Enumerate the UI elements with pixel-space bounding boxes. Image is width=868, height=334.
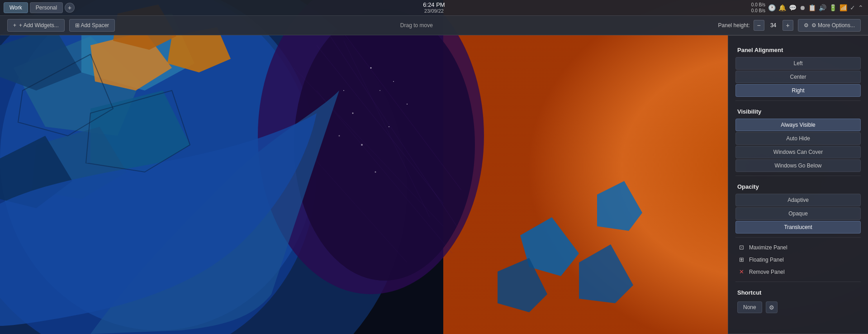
add-spacer-label: ⊞ Add Spacer: [75, 22, 109, 29]
divider-1: [735, 100, 861, 101]
shortcut-row: None ⚙: [728, 299, 868, 316]
tab-work[interactable]: Work: [4, 2, 28, 13]
divider-4: [735, 282, 861, 282]
shortcut-gear-button[interactable]: ⚙: [766, 301, 778, 313]
svg-point-26: [343, 90, 344, 91]
maximize-panel-row[interactable]: ⊡ Maximize Panel: [728, 241, 868, 253]
chevron-up-icon[interactable]: ⌃: [858, 4, 863, 11]
alignment-title: Panel Alignment: [728, 43, 868, 56]
opacity-title: Opacity: [728, 180, 868, 193]
opacity-opaque-button[interactable]: Opaque: [735, 207, 861, 220]
tab-personal-label: Personal: [36, 5, 57, 11]
discord-icon[interactable]: 💬: [789, 4, 797, 11]
add-widgets-button[interactable]: + + Add Widgets...: [7, 19, 65, 32]
upload-speed: 0.0 B/s: [751, 2, 765, 8]
remove-icon: ✕: [737, 268, 745, 275]
edit-panel-bar: + + Add Widgets... ⊞ Add Spacer Drag to …: [0, 15, 868, 35]
volume-icon[interactable]: 🔊: [819, 4, 826, 11]
clock-section: 6:24 PM 23/09/22: [423, 1, 445, 14]
floating-panel-row[interactable]: ⊞ Floating Panel: [728, 253, 868, 266]
opacity-translucent-button[interactable]: Translucent: [735, 221, 861, 234]
remove-panel-label: Remove Panel: [749, 269, 785, 275]
plus-icon: +: [13, 22, 16, 29]
clock-time: 6:24 PM: [423, 1, 445, 9]
svg-point-16: [294, 9, 475, 281]
bell-icon[interactable]: 🔔: [778, 4, 786, 11]
decrease-height-button[interactable]: −: [754, 20, 764, 31]
drag-to-move-label: Drag to move: [119, 22, 713, 29]
add-tab-button[interactable]: +: [65, 3, 75, 13]
battery-icon[interactable]: 🔋: [829, 4, 837, 11]
alignment-left-button[interactable]: Left: [735, 57, 861, 70]
svg-point-24: [407, 104, 408, 105]
remove-panel-row[interactable]: ✕ Remove Panel: [728, 266, 868, 278]
opacity-adaptive-button[interactable]: Adaptive: [735, 194, 861, 206]
alignment-right-button[interactable]: Right: [735, 84, 861, 97]
tab-personal[interactable]: Personal: [30, 2, 63, 13]
more-options-label: ⚙ More Options...: [811, 22, 855, 29]
tab-work-label: Work: [9, 5, 22, 11]
floating-icon: ⊞: [737, 256, 745, 263]
visibility-always-visible-button[interactable]: Always Visible: [735, 119, 861, 131]
visibility-windows-cover-button[interactable]: Windows Can Cover: [735, 146, 861, 158]
system-tray: 0.0 B/s 0.0 B/s 🕐 🔔 💬 ⏺ 📋 🔊 🔋 📶 ✓ ⌃: [751, 2, 868, 14]
record-icon[interactable]: ⏺: [799, 4, 806, 11]
add-spacer-button[interactable]: ⊞ Add Spacer: [69, 19, 115, 32]
top-panel: Work Personal + 6:24 PM 23/09/22 0.0 B/s…: [0, 0, 868, 15]
download-speed: 0.0 B/s: [751, 8, 765, 14]
increase-height-button[interactable]: +: [783, 20, 793, 31]
task-tabs: Work Personal +: [0, 2, 75, 13]
shortcut-none-label: None: [743, 304, 756, 310]
divider-2: [735, 176, 861, 176]
svg-point-23: [339, 135, 340, 137]
maximize-panel-label: Maximize Panel: [749, 244, 787, 251]
wifi-icon[interactable]: 📶: [840, 4, 847, 11]
visibility-auto-hide-button[interactable]: Auto Hide: [735, 132, 861, 145]
more-options-button[interactable]: ⚙ ⚙ More Options...: [798, 19, 861, 32]
svg-point-18: [379, 90, 380, 91]
shortcut-none-button[interactable]: None: [737, 301, 762, 313]
svg-point-19: [352, 113, 354, 114]
clipboard-icon[interactable]: 📋: [808, 4, 816, 11]
visibility-title: Visibility: [728, 105, 868, 118]
maximize-icon: ⊡: [737, 244, 745, 251]
clock-icon[interactable]: 🕐: [768, 4, 776, 11]
panel-height-label: Panel height:: [718, 22, 750, 29]
floating-panel-label: Floating Panel: [749, 257, 784, 263]
network-speed: 0.0 B/s 0.0 B/s: [751, 2, 765, 14]
shortcut-title: Shortcut: [728, 286, 868, 299]
clock-date: 23/09/22: [423, 8, 445, 14]
svg-point-20: [389, 126, 389, 127]
options-panel: Panel Alignment Left Center Right Visibi…: [728, 35, 868, 334]
check-icon[interactable]: ✓: [850, 4, 855, 11]
alignment-center-button[interactable]: Center: [735, 71, 861, 83]
visibility-windows-below-button[interactable]: Windows Go Below: [735, 159, 861, 172]
panel-height-control: Panel height: − 34 +: [718, 20, 793, 31]
sliders-icon: ⚙: [804, 22, 809, 29]
svg-point-17: [370, 67, 372, 69]
add-widgets-label: + Add Widgets...: [19, 22, 59, 29]
svg-point-22: [393, 81, 394, 82]
divider-3: [735, 237, 861, 238]
panel-height-value: 34: [768, 22, 779, 29]
gear-icon: ⚙: [769, 304, 774, 311]
svg-point-25: [375, 172, 376, 173]
